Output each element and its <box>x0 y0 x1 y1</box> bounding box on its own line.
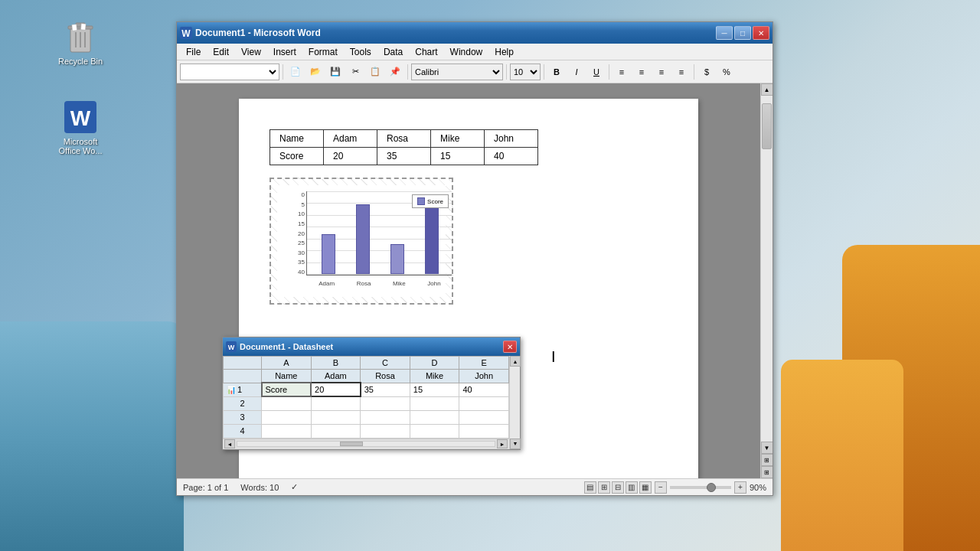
ds-row-3-a[interactable] <box>262 410 312 424</box>
scroll-extra-btn[interactable]: ⊞ <box>761 454 773 466</box>
align-right-button[interactable]: ≡ <box>652 64 671 80</box>
menu-view[interactable]: View <box>235 45 267 59</box>
web-view-button[interactable]: ⊟ <box>612 481 624 494</box>
italic-button[interactable]: I <box>567 64 586 80</box>
percent-button[interactable]: % <box>717 64 736 80</box>
bar-mike-rect <box>390 244 404 274</box>
ds-vscroll-down[interactable]: ▼ <box>510 439 521 449</box>
ds-row-1-john[interactable]: 40 <box>459 383 509 396</box>
close-button[interactable]: ✕ <box>753 26 769 40</box>
word-icon[interactable]: W Microsoft Office Wo... <box>50 96 111 158</box>
table-cell-mike-header: Mike <box>431 130 485 148</box>
minimize-button[interactable]: ─ <box>716 26 733 40</box>
ds-row-4-b[interactable] <box>311 424 361 438</box>
save-button[interactable]: 💾 <box>326 64 345 80</box>
vertical-scrollbar[interactable]: ▲ ▼ ⊞ ⊞ <box>760 83 773 478</box>
zoom-out-button[interactable]: − <box>655 481 667 494</box>
ds-row-4-header: 4 <box>224 424 262 438</box>
menu-window[interactable]: Window <box>444 45 489 59</box>
datasheet-close-button[interactable]: ✕ <box>503 341 517 353</box>
scroll-down-button[interactable]: ▼ <box>761 442 773 454</box>
ds-row-1-mike[interactable]: 15 <box>410 383 459 396</box>
bar-mike <box>390 244 404 274</box>
menu-chart[interactable]: Chart <box>409 45 443 59</box>
ds-row-2-c[interactable] <box>361 396 410 410</box>
ds-row-4-a[interactable] <box>262 424 312 438</box>
outline-view-button[interactable]: ▦ <box>639 481 652 494</box>
zoom-in-button[interactable]: + <box>734 481 746 494</box>
table-cell-john-score: 40 <box>485 148 538 165</box>
ds-col-c: C <box>361 357 410 370</box>
status-bar: Page: 1 of 1 Words: 10 ✓ ▤ ⊞ ⊟ ▥ ▦ − + 9… <box>177 478 773 495</box>
menu-data[interactable]: Data <box>377 45 409 59</box>
font-size-dropdown[interactable]: 10 <box>510 64 541 80</box>
furniture-left <box>0 321 184 551</box>
ds-hscroll-thumb[interactable] <box>340 442 363 446</box>
ds-row-2-e[interactable] <box>459 396 509 410</box>
scroll-thumb[interactable] <box>762 103 772 149</box>
style-dropdown[interactable] <box>180 64 279 80</box>
ds-hscroll-left[interactable]: ◄ <box>224 439 235 448</box>
menu-file[interactable]: File <box>180 45 207 59</box>
svg-rect-6 <box>72 24 77 31</box>
ds-name-empty <box>224 370 262 383</box>
y-label-35: 35 <box>283 259 305 266</box>
status-right: ▤ ⊞ ⊟ ▥ ▦ − + 90% <box>584 481 766 494</box>
ds-row-4-c[interactable] <box>361 424 410 438</box>
ds-row-2-b[interactable] <box>311 396 361 410</box>
chart-container[interactable]: 40 35 30 25 20 15 10 5 0 <box>270 178 453 305</box>
font-dropdown[interactable]: Calibri <box>411 64 503 80</box>
scroll-up-button[interactable]: ▲ <box>761 83 773 96</box>
scroll-extra-btn2[interactable]: ⊞ <box>761 466 773 478</box>
cut-button[interactable]: ✂ <box>346 64 364 80</box>
new-button[interactable]: 📄 <box>286 64 305 80</box>
ds-row-3-header: 3 <box>224 410 262 424</box>
restore-button[interactable]: □ <box>734 26 751 40</box>
ds-hscroll-track[interactable] <box>237 441 495 447</box>
ds-row-4-e[interactable] <box>459 424 509 438</box>
reading-view-button[interactable]: ▥ <box>626 481 638 494</box>
menu-tools[interactable]: Tools <box>344 45 377 59</box>
ds-row-3-b[interactable] <box>311 410 361 424</box>
align-justify-button[interactable]: ≡ <box>672 64 691 80</box>
full-view-button[interactable]: ⊞ <box>598 481 610 494</box>
ds-row-3-c[interactable] <box>361 410 410 424</box>
menu-insert[interactable]: Insert <box>267 45 302 59</box>
ds-row-1-rosa[interactable]: 35 <box>361 383 410 396</box>
ds-row-2-a[interactable] <box>262 396 312 410</box>
ds-vscroll-up[interactable]: ▲ <box>510 356 521 367</box>
ds-row-1-label[interactable]: Score <box>262 383 312 396</box>
copy-button[interactable]: 📋 <box>366 64 384 80</box>
align-center-button[interactable]: ≡ <box>632 64 651 80</box>
y-label-0: 0 <box>283 191 305 198</box>
ds-vscroll-track[interactable] <box>510 367 520 439</box>
underline-button[interactable]: U <box>587 64 606 80</box>
ds-row-3-e[interactable] <box>459 410 509 424</box>
ds-hscroll-right[interactable]: ► <box>497 439 508 448</box>
menu-help[interactable]: Help <box>488 45 520 59</box>
table-cell-name-header: Name <box>270 130 324 148</box>
open-button[interactable]: 📂 <box>306 64 325 80</box>
paste-button[interactable]: 📌 <box>386 64 404 80</box>
datasheet-vscrollbar[interactable]: ▲ ▼ <box>509 356 520 449</box>
menu-format[interactable]: Format <box>302 45 344 59</box>
x-label-mike: Mike <box>393 280 406 287</box>
menu-edit[interactable]: Edit <box>207 45 235 59</box>
currency-button[interactable]: $ <box>697 64 716 80</box>
check-mark: ✓ <box>291 482 298 492</box>
ds-name-b: Adam <box>311 370 361 383</box>
ds-col-b: B <box>311 357 361 370</box>
datasheet-hscrollbar[interactable]: ◄ ► <box>223 439 509 449</box>
zoom-thumb[interactable] <box>707 483 716 492</box>
zoom-slider[interactable] <box>670 486 731 489</box>
scroll-track[interactable] <box>761 96 773 442</box>
title-bar: W Document1 - Microsoft Word ─ □ ✕ <box>177 22 773 44</box>
recycle-bin-icon[interactable]: Recycle Bin <box>50 15 111 69</box>
align-left-button[interactable]: ≡ <box>612 64 631 80</box>
ds-row-3-d[interactable] <box>410 410 459 424</box>
print-view-button[interactable]: ▤ <box>584 481 596 494</box>
ds-row-1-adam[interactable]: 20 <box>311 383 361 396</box>
bold-button[interactable]: B <box>547 64 566 80</box>
ds-row-4-d[interactable] <box>410 424 459 438</box>
ds-row-2-d[interactable] <box>410 396 459 410</box>
